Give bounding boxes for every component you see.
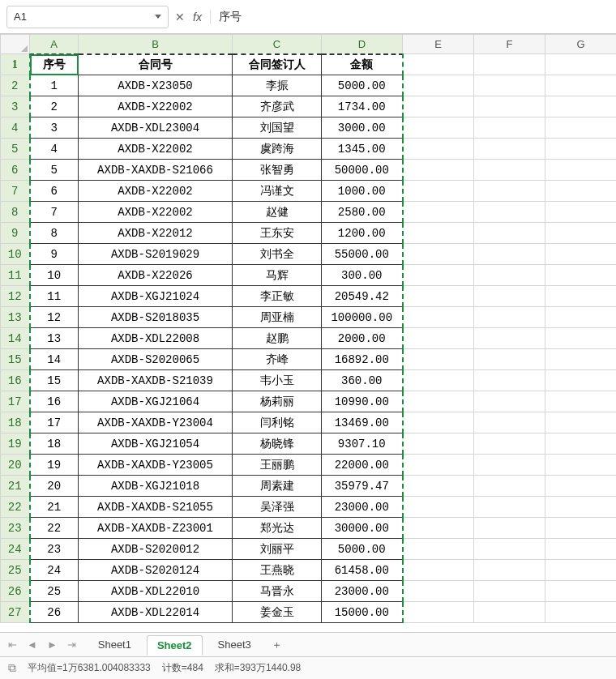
cell[interactable]: 齐彦武 <box>233 96 322 117</box>
cell[interactable] <box>545 117 617 139</box>
cell[interactable]: AXDB-S2020124 <box>79 560 233 581</box>
row-header[interactable]: 24 <box>1 539 30 560</box>
cell[interactable]: 齐峰 <box>233 349 322 370</box>
cell[interactable] <box>474 602 545 623</box>
cell[interactable] <box>545 518 617 539</box>
cell[interactable] <box>403 117 474 139</box>
cell[interactable]: 金额 <box>322 54 403 75</box>
cell[interactable]: AXDB-S2018035 <box>79 307 233 328</box>
cell[interactable]: AXDB-S2020012 <box>79 539 233 560</box>
cell[interactable] <box>545 54 617 75</box>
cell[interactable] <box>403 497 474 518</box>
cell[interactable]: 王东安 <box>233 223 322 244</box>
cell[interactable] <box>474 223 545 244</box>
cell[interactable]: 50000.00 <box>322 160 403 181</box>
cell[interactable] <box>545 581 617 602</box>
cell[interactable]: 360.00 <box>322 370 403 391</box>
cell[interactable]: AXDB-XDL23004 <box>79 117 233 139</box>
cell[interactable] <box>474 581 545 602</box>
cell[interactable] <box>545 370 617 391</box>
cell[interactable]: 15 <box>30 370 79 391</box>
cell[interactable]: 12 <box>30 307 79 328</box>
row-header[interactable]: 26 <box>1 581 30 602</box>
cell[interactable] <box>474 412 545 433</box>
cell[interactable]: 16892.00 <box>322 349 403 370</box>
cell[interactable] <box>545 412 617 433</box>
cell[interactable] <box>474 244 545 265</box>
cell[interactable]: AXDB-X22002 <box>79 202 233 223</box>
cell[interactable]: 赵健 <box>233 202 322 223</box>
cell[interactable]: 19 <box>30 455 79 476</box>
cell[interactable] <box>545 139 617 160</box>
tab-nav-last-icon[interactable]: ⇥ <box>64 638 79 651</box>
cell[interactable] <box>474 476 545 497</box>
cell[interactable]: 李正敏 <box>233 286 322 307</box>
row-header[interactable]: 22 <box>1 497 30 518</box>
cell[interactable] <box>545 602 617 623</box>
cell[interactable]: 22000.00 <box>322 455 403 476</box>
row-header[interactable]: 8 <box>1 202 30 223</box>
cell[interactable]: 闫利铭 <box>233 412 322 433</box>
cell[interactable] <box>545 433 617 455</box>
cell[interactable]: 26 <box>30 602 79 623</box>
cell[interactable]: 5000.00 <box>322 75 403 96</box>
cell[interactable]: 25 <box>30 581 79 602</box>
cell[interactable]: 冯谨文 <box>233 181 322 202</box>
cell[interactable]: 5000.00 <box>322 539 403 560</box>
cell[interactable]: 序号 <box>30 54 79 75</box>
cell[interactable]: 刘书全 <box>233 244 322 265</box>
sheet-tab[interactable]: Sheet3 <box>207 634 262 655</box>
tab-nav-next-icon[interactable]: ► <box>44 638 61 651</box>
cell[interactable]: 1345.00 <box>322 139 403 160</box>
row-header[interactable]: 19 <box>1 433 30 455</box>
cell[interactable]: 61458.00 <box>322 560 403 581</box>
cell[interactable] <box>403 286 474 307</box>
cell[interactable]: 刘丽平 <box>233 539 322 560</box>
cell[interactable]: 9 <box>30 244 79 265</box>
col-header-b[interactable]: B <box>79 35 233 54</box>
cell[interactable]: 1 <box>30 75 79 96</box>
cell[interactable]: AXDB-X22012 <box>79 223 233 244</box>
cell[interactable]: 7 <box>30 202 79 223</box>
cell[interactable]: AXDB-XGJ21024 <box>79 286 233 307</box>
row-header[interactable]: 23 <box>1 518 30 539</box>
cell[interactable] <box>545 455 617 476</box>
cell[interactable] <box>545 223 617 244</box>
cell[interactable] <box>474 370 545 391</box>
cell[interactable]: AXDB-X22002 <box>79 96 233 117</box>
cell[interactable] <box>474 349 545 370</box>
cell[interactable] <box>545 160 617 181</box>
cell[interactable]: 35979.47 <box>322 476 403 497</box>
cell[interactable] <box>474 518 545 539</box>
cell[interactable]: AXDB-XAXDB-Y23005 <box>79 455 233 476</box>
row-header[interactable]: 7 <box>1 181 30 202</box>
cell[interactable] <box>474 286 545 307</box>
tab-nav-prev-icon[interactable]: ◄ <box>24 638 41 651</box>
row-header[interactable]: 11 <box>1 265 30 286</box>
cell[interactable] <box>403 96 474 117</box>
cell[interactable]: 17 <box>30 412 79 433</box>
cell[interactable]: 周亚楠 <box>233 307 322 328</box>
cell[interactable] <box>474 96 545 117</box>
sheet-tab[interactable]: Sheet2 <box>147 635 203 656</box>
cell[interactable]: 30000.00 <box>322 518 403 539</box>
cell[interactable]: 10 <box>30 265 79 286</box>
cell[interactable]: AXDB-X22026 <box>79 265 233 286</box>
cell[interactable] <box>545 96 617 117</box>
status-mode-icon[interactable]: ⧉ <box>8 661 16 675</box>
cell[interactable]: 2 <box>30 96 79 117</box>
col-header-g[interactable]: G <box>545 35 617 54</box>
cell[interactable]: 11 <box>30 286 79 307</box>
cell[interactable]: 13469.00 <box>322 412 403 433</box>
tab-nav-first-icon[interactable]: ⇤ <box>5 638 20 651</box>
cell[interactable]: 马晋永 <box>233 581 322 602</box>
cell[interactable]: AXDB-X22002 <box>79 139 233 160</box>
cell[interactable]: 2580.00 <box>322 202 403 223</box>
cell[interactable] <box>474 181 545 202</box>
col-header-a[interactable]: A <box>30 35 79 54</box>
cell[interactable] <box>403 433 474 455</box>
row-header[interactable]: 12 <box>1 286 30 307</box>
cell[interactable] <box>403 307 474 328</box>
cell[interactable] <box>545 391 617 412</box>
cell[interactable] <box>545 539 617 560</box>
